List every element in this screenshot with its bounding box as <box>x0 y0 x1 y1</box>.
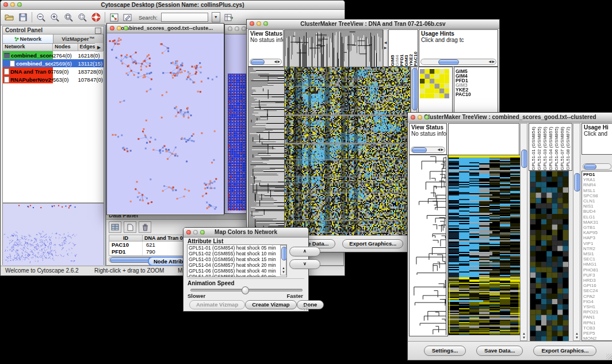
zoom-button[interactable] <box>263 21 268 26</box>
attribute-item[interactable]: GPL51-06 (GSM865) heat shock 40 min <box>188 268 286 274</box>
zoom-button[interactable] <box>124 26 128 30</box>
tv1-column-dendrogram-canvas[interactable] <box>284 29 383 68</box>
minimize-button[interactable] <box>257 21 261 26</box>
control-panel-tab[interactable]: VizMapper™ <box>53 35 104 43</box>
gene-label[interactable]: GTB1 <box>582 225 612 230</box>
attribute-list-vscrollbar[interactable]: ▲ ▼ <box>280 245 286 275</box>
tv2-zoom-vscrollbar[interactable]: ▲ ▼ <box>573 123 580 341</box>
dialog-title-bar[interactable]: Map Colors to Network <box>183 228 308 237</box>
tv1-mini-scroll[interactable]: ◀▶ <box>383 29 388 67</box>
treeview-button[interactable]: Settings... <box>424 346 466 356</box>
help-lifesaver-icon[interactable] <box>91 12 101 22</box>
attribute-item[interactable]: GPL51-04 (GSM857) heat shock 20 min <box>188 262 286 268</box>
column-label[interactable]: PAC10 <box>413 31 418 66</box>
control-panel-tab[interactable]: Network <box>3 35 53 43</box>
attribute-item[interactable]: GPL51-03 (GSM856) heat shock 15 min <box>188 256 286 262</box>
zoom-button[interactable] <box>17 2 22 7</box>
gene-label[interactable]: KAP95 <box>582 230 612 235</box>
column-label[interactable]: GPL51-03 (GSM856) <box>542 125 548 170</box>
tv2-zoom-heatmap-canvas[interactable] <box>530 171 569 342</box>
minimize-button[interactable] <box>418 115 422 120</box>
move-down-button[interactable]: ∨ <box>289 259 320 269</box>
zoom-out-icon[interactable] <box>36 12 46 22</box>
gene-label[interactable]: PHO81 <box>582 267 612 273</box>
dialog-button[interactable]: Create Vizmap <box>245 300 296 309</box>
zoom-selected-icon[interactable] <box>77 12 87 22</box>
zoom-button[interactable] <box>424 115 429 120</box>
gene-label[interactable]: YRA1 <box>582 177 612 182</box>
tv2-column-labels[interactable]: GPL51-01 (GSM854)GPL51-02 (GSM855)GPL51-… <box>529 123 572 171</box>
network-list-row[interactable]: DNA and Tran 07 769(0) 183728(0) <box>3 67 104 75</box>
network-list-row[interactable]: combined_scores 2764(0) 16218(0) <box>3 51 104 59</box>
close-button[interactable] <box>110 26 114 30</box>
zoom-button[interactable] <box>200 230 205 235</box>
tv2-gene-labels[interactable]: PFD1YRA1RNR4MSL1SPC98CLN1NIS1BUD4ELG1MAK… <box>582 171 612 341</box>
tv2-hints-hscrollbar[interactable] <box>583 163 611 170</box>
gene-label[interactable]: PFD1 <box>582 172 612 177</box>
treeview-button[interactable]: Save Data... <box>476 346 523 356</box>
close-button[interactable] <box>186 230 191 235</box>
gene-label[interactable]: FIG4 <box>582 299 612 304</box>
tv1-status-hscrollbar[interactable]: ◀ ▶ <box>250 59 282 65</box>
gene-label[interactable]: MSI1 <box>582 251 612 256</box>
tv2-status-hscrollbar[interactable]: ◀ ▶ <box>411 147 445 153</box>
network-list-row[interactable]: RNAPuberNov2+| 563(0) 107847(0) <box>3 75 104 83</box>
network-list-row[interactable]: combined_sco 2569(6) 13112(15) <box>3 59 104 67</box>
gene-label[interactable]: NIS1 <box>582 204 612 209</box>
tv2-row-dendrogram-canvas[interactable] <box>409 155 448 336</box>
zoom-button[interactable] <box>242 26 246 31</box>
column-header-network[interactable]: Network <box>3 44 53 51</box>
gene-label[interactable]: ELG1 <box>582 214 612 220</box>
scroll-left-arrow[interactable]: ◀ <box>274 60 277 63</box>
tv1-hints-hscrollbar[interactable]: ◀ ▶ <box>420 59 496 65</box>
row-label[interactable]: PAC10 <box>454 92 498 97</box>
minimize-button[interactable] <box>193 230 198 235</box>
gene-label[interactable]: GPI16 <box>582 283 612 288</box>
scroll-left-arrow[interactable]: ◀ <box>488 60 491 63</box>
tv1-row-dendrogram-canvas[interactable] <box>248 67 285 236</box>
move-up-button[interactable]: ∧ <box>289 247 320 256</box>
birdseye-view[interactable] <box>3 203 104 266</box>
gene-label[interactable]: TCB3 <box>582 325 612 331</box>
column-label[interactable]: PFD1 <box>399 31 404 66</box>
gene-label[interactable]: NTR2 <box>582 246 612 251</box>
network-manager-icon[interactable] <box>109 12 119 22</box>
search-dropdown-arrow[interactable]: ▼ <box>212 12 220 22</box>
dialog-button[interactable]: Animate Vizmap <box>189 300 245 309</box>
network-graph-canvas[interactable] <box>107 33 223 213</box>
zoom-fit-icon[interactable] <box>63 12 74 22</box>
gene-label[interactable]: RNR4 <box>582 182 612 187</box>
gene-label[interactable]: PUF3 <box>582 273 612 278</box>
gene-label[interactable]: HMG1 <box>582 262 612 267</box>
column-label[interactable]: YKE2 <box>408 31 413 66</box>
tv2-main-vscrollbar[interactable]: ▲ ▼ <box>520 123 527 341</box>
column-label[interactable]: GIM4 <box>395 31 399 66</box>
float-panel-icon[interactable] <box>95 28 101 34</box>
attribute-item[interactable]: GPL51-07 (GSM868) heat shock 60 min <box>188 274 286 277</box>
column-label[interactable]: GPL51-07 (GSM868) <box>560 125 565 170</box>
gene-label[interactable]: SEC24 <box>582 288 612 293</box>
resize-grip[interactable] <box>606 354 612 359</box>
tv1-column-labels[interactable]: GIM5GIM4PFD1GIM3YKE2PAC10 <box>388 29 418 67</box>
column-label[interactable]: GIM5 <box>390 31 395 66</box>
close-button[interactable] <box>411 115 415 120</box>
import-table-icon[interactable] <box>224 12 234 22</box>
id-column-header[interactable]: ID <box>109 235 143 241</box>
annotation-icon[interactable] <box>123 12 133 22</box>
minimize-button[interactable] <box>117 26 121 30</box>
new-attribute-icon[interactable] <box>124 221 136 233</box>
minimize-button[interactable] <box>235 26 239 31</box>
treeview-button[interactable]: Export Graphics... <box>533 346 596 356</box>
treeview1-title-bar[interactable]: ClusterMaker TreeView : DNA and Tran 07-… <box>247 20 499 29</box>
gene-label[interactable]: VIP1 <box>582 241 612 246</box>
tab-overflow-arrow[interactable]: ▶ <box>95 43 103 52</box>
open-file-button[interactable] <box>4 12 14 22</box>
treeview2-title-bar[interactable]: ClusterMaker TreeView : combined_scores_… <box>408 113 612 122</box>
birdseye-canvas[interactable] <box>3 204 104 266</box>
gene-label[interactable]: MAK31 <box>582 220 612 225</box>
column-header-nodes[interactable]: Nodes <box>53 44 78 51</box>
minimize-button[interactable] <box>10 2 15 7</box>
gene-label[interactable]: PEP5 <box>582 331 612 336</box>
animation-speed-slider[interactable] <box>190 289 303 292</box>
gene-label[interactable]: CPA2 <box>582 294 612 299</box>
